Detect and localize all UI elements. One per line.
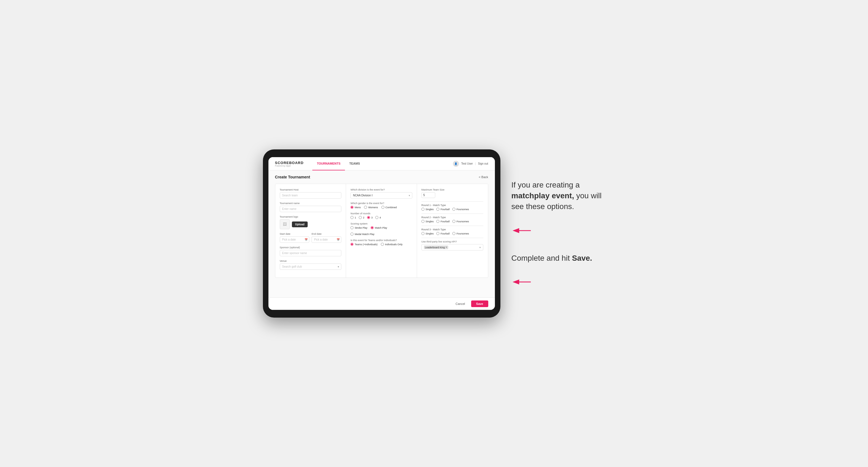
start-date-label: Start date — [280, 232, 310, 235]
division-select-wrapper: NCAA Division I — [350, 192, 412, 198]
gender-womens[interactable]: Womens — [364, 206, 378, 209]
nav-links: TOURNAMENTS TEAMS — [312, 157, 453, 170]
arrow-top-icon — [512, 225, 533, 236]
sponsor-label: Sponsor (optional) — [280, 246, 342, 249]
tournament-name-group: Tournament name — [280, 202, 342, 212]
round3-singles[interactable]: Singles — [422, 232, 434, 235]
top-nav: SCOREBOARD Powered by clippit TOURNAMENT… — [269, 157, 495, 170]
round2-label: Round 2 - Match Type — [422, 216, 484, 219]
max-team-size-group: Maximum Team Size — [422, 188, 484, 198]
tournament-name-input[interactable] — [280, 206, 342, 212]
back-link[interactable]: < Back — [479, 175, 488, 179]
annotation-top: If you are creating a matchplay event, y… — [512, 180, 606, 236]
teams-label: Is this event for Teams and/or Individua… — [350, 239, 412, 242]
divider-4 — [422, 238, 484, 238]
venue-select-wrapper: ▾ — [280, 263, 342, 270]
round2-options: Singles Fourball Foursomes — [422, 220, 484, 223]
start-date-wrapper: 📅 — [280, 237, 310, 243]
logo-upload-area: 🖼 Upload — [280, 219, 342, 229]
page-header: Create Tournament < Back — [275, 175, 488, 179]
round1-fourball[interactable]: Fourball — [436, 208, 450, 211]
round2-singles[interactable]: Singles — [422, 220, 434, 223]
round1-options: Singles Fourball Foursomes — [422, 208, 484, 211]
logo-area: SCOREBOARD Powered by clippit — [275, 161, 304, 167]
scoring-radio-group: Stroke Play Match Play Medal Match Play — [350, 226, 412, 236]
division-group: Which division is the event for? NCAA Di… — [350, 188, 412, 198]
tournament-host-input[interactable] — [280, 192, 342, 198]
scoring-medal-match-play[interactable]: Medal Match Play — [350, 232, 374, 236]
rounds-label: Number of rounds — [350, 212, 412, 215]
date-row: Start date 📅 End date — [280, 232, 342, 243]
venue-group: Venue ▾ — [280, 259, 342, 270]
teams-plus-individuals[interactable]: Teams (+Individuals) — [350, 243, 377, 246]
scoring-label: Scoring system — [350, 222, 412, 225]
bottom-bar: Cancel Save — [269, 298, 495, 310]
scoring-match-play[interactable]: Match Play — [371, 226, 387, 229]
division-select[interactable]: NCAA Division I — [350, 192, 412, 198]
round1-foursomes[interactable]: Foursomes — [453, 208, 469, 211]
page-wrapper: SCOREBOARD Powered by clippit TOURNAMENT… — [241, 149, 627, 318]
rounds-radio-group: 1 2 3 — [350, 216, 412, 219]
dates-group: Start date 📅 End date — [280, 232, 342, 243]
venue-label: Venue — [280, 259, 342, 262]
form-col-3: Maximum Team Size Round 1 - Match Type S… — [417, 184, 488, 278]
round2-match-type: Round 2 - Match Type Singles Fourball — [422, 216, 484, 223]
tournament-logo-group: Tournament logo 🖼 Upload — [280, 215, 342, 229]
gender-radio-group: Mens Womens Combined — [350, 206, 412, 209]
teams-group: Is this event for Teams and/or Individua… — [350, 239, 412, 246]
round2-fourball[interactable]: Fourball — [436, 220, 450, 223]
third-party-group: Use third-party live scoring API? Leader… — [422, 240, 484, 250]
round3-match-type: Round 3 - Match Type Singles Fourball — [422, 228, 484, 235]
sponsor-group: Sponsor (optional) — [280, 246, 342, 256]
start-date-group: Start date 📅 — [280, 232, 310, 243]
round-1[interactable]: 1 — [350, 216, 356, 219]
save-button[interactable]: Save — [471, 301, 488, 307]
logo-placeholder: 🖼 — [280, 219, 290, 229]
venue-input[interactable] — [280, 263, 342, 270]
division-label: Which division is the event for? — [350, 188, 412, 191]
arrow-bottom-icon — [512, 276, 533, 287]
gender-combined[interactable]: Combined — [381, 206, 397, 209]
form-columns: Tournament Host Tournament name Tourname… — [275, 184, 488, 278]
scoring-group: Scoring system Stroke Play Match Play — [350, 222, 412, 236]
form-col-1: Tournament Host Tournament name Tourname… — [275, 184, 346, 278]
round1-label: Round 1 - Match Type — [422, 204, 484, 207]
upload-button[interactable]: Upload — [292, 221, 308, 227]
nav-link-tournaments[interactable]: TOURNAMENTS — [312, 157, 345, 170]
main-content: Create Tournament < Back Tournament Host… — [269, 170, 495, 298]
form-col-2: Which division is the event for? NCAA Di… — [346, 184, 417, 278]
sponsor-input[interactable] — [280, 250, 342, 256]
sign-out-link[interactable]: Sign out — [478, 162, 488, 165]
round3-foursomes[interactable]: Foursomes — [453, 232, 469, 235]
third-party-remove[interactable]: × — [445, 246, 447, 249]
round2-foursomes[interactable]: Foursomes — [453, 220, 469, 223]
gender-mens[interactable]: Mens — [350, 206, 361, 209]
third-party-select[interactable]: Leaderboard King × ▾ — [422, 244, 484, 250]
annotations: If you are creating a matchplay event, y… — [512, 180, 606, 287]
max-team-size-input[interactable] — [422, 192, 435, 198]
page-title: Create Tournament — [275, 175, 310, 179]
gender-group: Which gender is the event for? Mens Wome… — [350, 202, 412, 209]
end-date-wrapper: 📅 — [312, 237, 341, 243]
round3-options: Singles Fourball Foursomes — [422, 232, 484, 235]
end-date-calendar-icon: 📅 — [337, 238, 340, 241]
round1-singles[interactable]: Singles — [422, 208, 434, 211]
max-team-size-label: Maximum Team Size — [422, 188, 484, 191]
nav-link-teams[interactable]: TEAMS — [345, 157, 365, 170]
round-2[interactable]: 2 — [359, 216, 364, 219]
round-4[interactable]: 4 — [375, 216, 381, 219]
logo-text: SCOREBOARD — [275, 161, 304, 165]
third-party-tag: Leaderboard King × — [424, 246, 448, 249]
round1-match-type: Round 1 - Match Type Singles Fourball — [422, 204, 484, 211]
round3-label: Round 3 - Match Type — [422, 228, 484, 231]
cancel-button[interactable]: Cancel — [453, 301, 468, 307]
end-date-group: End date 📅 — [312, 232, 341, 243]
nav-right: 👤 Test User | Sign out — [453, 161, 488, 167]
start-date-calendar-icon: 📅 — [305, 238, 308, 241]
tournament-host-group: Tournament Host — [280, 188, 342, 198]
individuals-only[interactable]: Individuals Only — [381, 243, 403, 246]
round3-fourball[interactable]: Fourball — [436, 232, 450, 235]
scoring-stroke-play[interactable]: Stroke Play — [350, 226, 367, 229]
rounds-group: Number of rounds 1 2 — [350, 212, 412, 219]
round-3[interactable]: 3 — [367, 216, 373, 219]
